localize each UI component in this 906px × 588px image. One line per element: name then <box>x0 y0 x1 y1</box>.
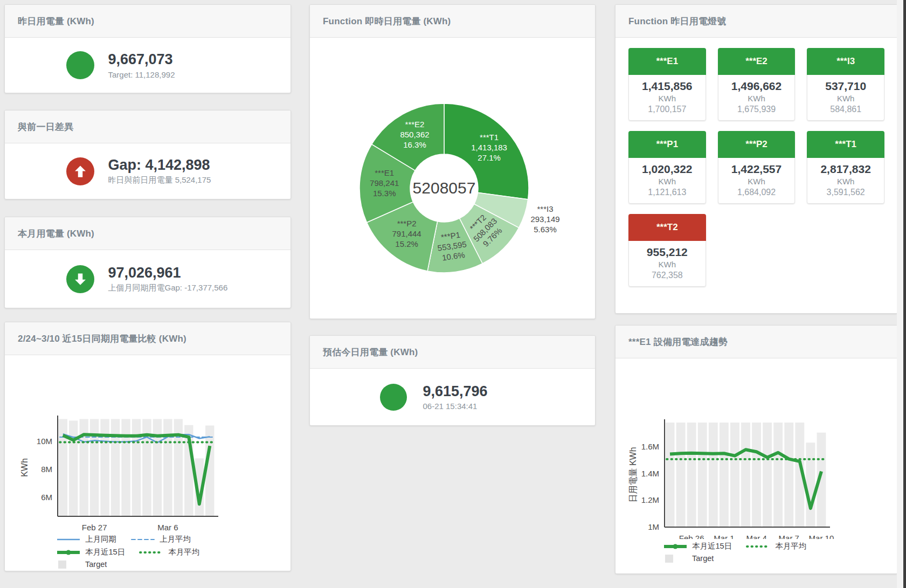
panel-yesterday-header[interactable]: 昨日用電量 (KWh) <box>5 5 291 38</box>
status-tile-P2[interactable]: ***P21,422,557KWh1,684,092 <box>718 131 796 204</box>
y-tick-label: 1.4M <box>641 469 659 478</box>
target-bar <box>806 442 815 527</box>
legend-label: Target <box>85 560 107 569</box>
vertical-scrollbar[interactable] <box>903 0 906 588</box>
tile-body: 1,415,856KWh1,700,157 <box>628 75 706 121</box>
status-circle-icon <box>380 384 407 411</box>
y-tick-label: 1M <box>648 522 659 531</box>
today-estimate-timestamp: 06-21 15:34:41 <box>423 402 525 411</box>
panel-title: 昨日用電量 (KWh) <box>18 15 94 27</box>
tile-target: 584,861 <box>810 105 882 114</box>
tile-target: 1,121,613 <box>631 188 703 197</box>
legend-item[interactable]: Target <box>663 554 714 563</box>
tile-unit: KWh <box>721 94 793 103</box>
y-axis-title: 日用電量 KWh <box>628 447 638 502</box>
tile-label: ***I3 <box>807 48 884 75</box>
status-tile-T1[interactable]: ***T12,817,832KWh3,591,562 <box>807 131 884 204</box>
y-tick-label: 1.6M <box>641 442 659 451</box>
tile-body: 955,212KWh762,358 <box>628 241 706 287</box>
legend-item[interactable]: 上月平均 <box>130 534 191 544</box>
target-bar <box>773 423 783 527</box>
tile-target: 1,675,939 <box>721 105 793 114</box>
status-circle-icon <box>66 51 94 79</box>
legend-item[interactable]: 本月近15日 <box>56 547 125 557</box>
panel-15day-compare-header[interactable]: 2/24~3/10 近15日同期用電量比較 (KWh) <box>5 322 291 355</box>
panel-day-gap-header[interactable]: 與前一日差異 <box>5 110 291 143</box>
status-tile-I3[interactable]: ***I3537,710KWh584,861 <box>807 48 884 121</box>
status-tile-T2[interactable]: ***T2955,212KWh762,358 <box>628 214 706 287</box>
y-tick-label: 10M <box>37 437 52 446</box>
tile-body: 1,020,322KWh1,121,613 <box>628 158 706 204</box>
panel-title: 本月用電量 (KWh) <box>18 227 94 240</box>
legend-item[interactable]: 本月平均 <box>746 541 806 551</box>
tile-value: 2,817,832 <box>810 163 882 176</box>
today-estimate-value: 9,615,796 <box>423 383 525 400</box>
dashboard: 昨日用電量 (KWh) 9,667,073 Target: 11,128,992… <box>0 0 906 588</box>
target-bar <box>720 423 729 527</box>
status-tile-E1[interactable]: ***E11,415,856KWh1,700,157 <box>628 48 706 121</box>
legend-marker-icon <box>663 542 688 550</box>
legend-label: 上月平均 <box>160 534 191 544</box>
legend-marker-icon <box>663 555 688 563</box>
day-gap-value: Gap: 4,142,898 <box>108 157 230 174</box>
legend-marker-icon <box>56 561 81 569</box>
legend-label: 本月平均 <box>775 541 806 551</box>
tile-body: 2,817,832KWh3,591,562 <box>807 158 884 204</box>
legend-item[interactable]: Target <box>56 560 107 569</box>
legend-item[interactable]: 本月平均 <box>139 547 199 557</box>
legend-item[interactable]: 上月同期 <box>56 534 116 544</box>
target-bar <box>153 419 162 516</box>
target-bar <box>741 423 750 527</box>
status-tile-P1[interactable]: ***P11,020,322KWh1,121,613 <box>628 131 706 204</box>
page-right-gutter <box>897 0 903 588</box>
panel-realtime-donut: Function 即時日用電量 (KWh) ***T11,413,18327.1… <box>309 4 596 319</box>
e1-trend-chart[interactable]: 1M1.2M1.4M1.6MFeb 26Mar 1Mar 4Mar 7Mar 1… <box>615 358 897 539</box>
panel-day-gap: 與前一日差異 Gap: 4,142,898 昨日與前日用電量 5,524,175 <box>4 110 291 199</box>
target-bar <box>709 423 718 527</box>
y-axis-title: KWh <box>20 458 29 477</box>
target-bar <box>763 423 772 527</box>
panel-e1-trend: ***E1 設備用電達成趨勢 1M1.2M1.4M1.6MFeb 26Mar 1… <box>615 325 898 574</box>
tile-body: 1,496,662KWh1,675,939 <box>718 75 796 121</box>
tile-value: 1,020,322 <box>631 163 703 176</box>
month-usage-value: 97,026,961 <box>108 265 230 281</box>
tile-unit: KWh <box>810 177 882 186</box>
legend-marker-icon <box>130 535 155 543</box>
tile-value: 955,212 <box>631 246 703 259</box>
panel-yesterday-lights-header[interactable]: Function 昨日用電燈號 <box>615 5 897 38</box>
target-bar <box>784 423 793 527</box>
realtime-usage-donut[interactable]: ***T11,413,18327.1%***I3293,1495.63%***T… <box>310 38 595 319</box>
target-bar <box>59 419 67 516</box>
compare-chart-legend: 上月同期上月平均本月近15日本月平均Target <box>56 534 199 569</box>
panel-title: ***E1 設備用電達成趨勢 <box>628 336 728 348</box>
tile-unit: KWh <box>631 94 703 103</box>
legend-marker-icon <box>139 548 164 556</box>
x-tick-label: Feb 27 <box>82 523 107 532</box>
tile-label: ***T1 <box>807 131 884 158</box>
status-tile-E2[interactable]: ***E21,496,662KWh1,675,939 <box>718 48 796 121</box>
x-tick-label: Mar 7 <box>779 534 799 539</box>
tile-unit: KWh <box>631 260 703 269</box>
tile-label: ***P1 <box>628 131 706 158</box>
legend-label: Target <box>692 554 714 563</box>
panel-today-estimate-header[interactable]: 預估今日用電量 (KWh) <box>310 336 595 369</box>
panel-realtime-donut-header[interactable]: Function 即時日用電量 (KWh) <box>310 5 595 38</box>
x-tick-label: Mar 1 <box>714 534 734 539</box>
day-gap-subtitle: 昨日與前日用電量 5,524,175 <box>108 175 230 185</box>
tile-value: 537,710 <box>810 80 882 93</box>
panel-title: 預估今日用電量 (KWh) <box>323 346 418 358</box>
panel-e1-trend-header[interactable]: ***E1 設備用電達成趨勢 <box>615 326 897 358</box>
legend-label: 本月近15日 <box>85 547 125 557</box>
target-bar <box>752 423 761 527</box>
tile-label: ***T2 <box>628 214 706 241</box>
donut-label-I3: ***I3293,1495.63% <box>530 204 559 234</box>
yesterday-usage-target: Target: 11,128,992 <box>108 70 230 79</box>
compare-chart[interactable]: 6M8M10MFeb 27Mar 6KWh <box>5 355 291 533</box>
panel-title: 2/24~3/10 近15日同期用電量比較 (KWh) <box>18 333 186 345</box>
legend-item[interactable]: 本月近15日 <box>663 541 732 551</box>
panel-month-header[interactable]: 本月用電量 (KWh) <box>5 217 291 250</box>
e1-trend-legend: 本月近15日本月平均Target <box>663 541 806 563</box>
target-bar <box>69 420 78 516</box>
tile-target: 3,591,562 <box>810 188 882 197</box>
yesterday-usage-value: 9,667,073 <box>108 51 230 68</box>
